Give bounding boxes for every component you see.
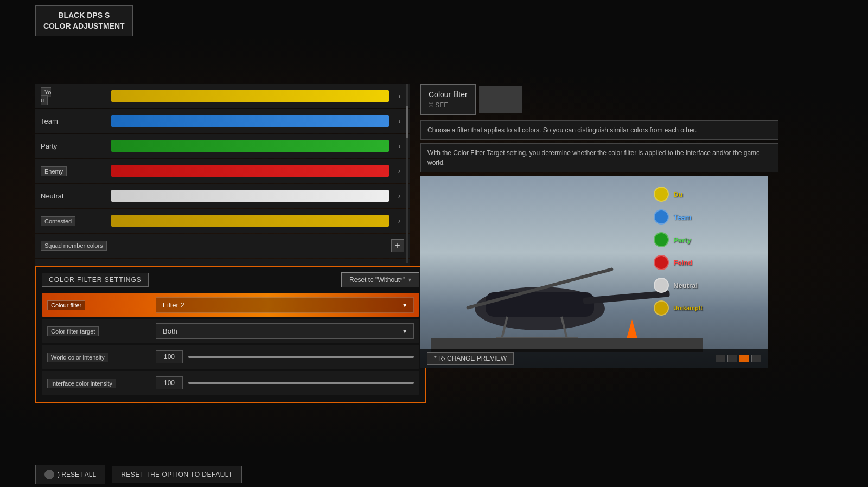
interface-color-fill xyxy=(188,382,414,384)
reset-all-icon xyxy=(44,470,54,479)
color-filter-target-label-container: Color filter target xyxy=(47,327,156,335)
you-label: You xyxy=(41,88,106,104)
color-row-enemy: Enemy › xyxy=(35,159,410,183)
circle-contested: Umkämpft xyxy=(654,300,703,316)
colour-filter-title: Colour filter xyxy=(429,89,468,100)
contested-color-bar[interactable] xyxy=(111,215,389,227)
squad-member-row: Squad member colors + xyxy=(35,234,410,258)
preview-dot-3[interactable] xyxy=(739,355,749,362)
feind-label: Feind xyxy=(673,259,692,267)
colour-filter-info-2: With the Color Filter Target setting, yo… xyxy=(420,143,778,172)
color-circles: Du Team Party Feind Neutral xyxy=(654,187,703,316)
preview-bottom-bar: * R› CHANGE PREVIEW xyxy=(420,349,768,368)
circle-party: Party xyxy=(654,232,703,247)
page-title: BLACK DPS S COLOR ADJUSTMENT xyxy=(35,5,133,36)
contested-label: Contested xyxy=(41,217,106,225)
du-label: Du xyxy=(673,190,682,198)
interface-color-label-container: Interface color intensity xyxy=(47,379,156,387)
team-bar-container xyxy=(111,115,389,127)
reset-all-label: ) RESET ALL xyxy=(58,471,96,478)
enemy-badge: Enemy xyxy=(41,166,67,176)
world-color-intensity-row: World color intensity 100 xyxy=(42,345,419,369)
contested-circle xyxy=(654,300,669,316)
reset-without-button[interactable]: Reset to "Without*" xyxy=(341,272,419,287)
heli-scene: Du Team Party Feind Neutral xyxy=(420,176,768,368)
interface-color-badge: Interface color intensity xyxy=(47,379,116,388)
world-color-label-container: World color intensity xyxy=(47,353,156,361)
contested-circle-label: Umkämpft xyxy=(673,305,703,311)
team-label: Team xyxy=(41,117,106,125)
filter-settings-header: COLOR FILTER SETTINGS Reset to "Without*… xyxy=(42,272,419,287)
colour-filter-title-box: Colour filter © SEE xyxy=(420,84,476,115)
enemy-chevron[interactable]: › xyxy=(394,166,404,176)
you-chevron[interactable]: › xyxy=(394,91,404,101)
colour-filter-subtitle: © SEE xyxy=(429,100,468,110)
preview-dot-2[interactable] xyxy=(727,355,737,362)
filter-settings-panel: COLOR FILTER SETTINGS Reset to "Without*… xyxy=(35,266,426,403)
squad-member-badge: Squad member colors xyxy=(41,241,107,251)
neutral-bar-container xyxy=(111,190,389,202)
reset-all-button[interactable]: ) RESET ALL xyxy=(35,465,105,484)
interface-color-slider[interactable] xyxy=(188,382,414,384)
you-badge: You xyxy=(41,87,51,105)
team-label: Team xyxy=(673,213,691,221)
neutral-label: Neutral xyxy=(41,192,106,200)
colour-filter-preview-thumb xyxy=(479,86,522,113)
add-squad-color-button[interactable]: + xyxy=(391,239,404,252)
team-chevron[interactable]: › xyxy=(394,116,404,126)
colour-filter-value: Filter 2 xyxy=(163,301,184,309)
contested-badge: Contested xyxy=(41,216,75,226)
contested-bar-container xyxy=(111,215,389,227)
party-color-bar[interactable] xyxy=(111,140,389,152)
right-panel: Colour filter © SEE Choose a filter that… xyxy=(420,84,778,368)
change-preview-button[interactable]: * R› CHANGE PREVIEW xyxy=(427,352,514,365)
preview-dot-1[interactable] xyxy=(716,355,725,362)
color-filter-target-badge: Color filter target xyxy=(47,326,99,336)
party-label: Party xyxy=(41,142,106,150)
color-row-team: Team › xyxy=(35,109,410,133)
left-panel: You › Team › Party › Enemy › Neutral xyxy=(35,84,410,278)
circle-neutral: Neutral xyxy=(654,278,703,293)
preview-dots xyxy=(716,355,761,362)
party-bar-container xyxy=(111,140,389,152)
contested-chevron[interactable]: › xyxy=(394,216,404,226)
party-label: Party xyxy=(673,236,691,244)
colour-filter-row: Colour filter Filter 2 ▾ xyxy=(42,293,419,317)
circle-feind: Feind xyxy=(654,255,703,270)
color-row-neutral: Neutral › xyxy=(35,184,410,208)
party-circle xyxy=(654,232,669,247)
color-row-party: Party › xyxy=(35,134,410,158)
team-circle xyxy=(654,209,669,225)
color-filter-target-value: Both xyxy=(163,327,177,335)
colour-filter-label-container: Colour filter xyxy=(47,301,156,309)
scrollbar[interactable] xyxy=(406,84,408,263)
interface-color-value: 100 xyxy=(156,376,183,389)
world-color-slider[interactable] xyxy=(188,356,414,358)
reset-default-button[interactable]: RESET THE OPTION TO DEFAULT xyxy=(112,466,242,483)
circle-du: Du xyxy=(654,187,703,202)
feind-circle xyxy=(654,255,669,270)
team-color-bar[interactable] xyxy=(111,115,389,127)
neutral-circle-label: Neutral xyxy=(673,281,698,290)
color-filter-target-dropdown[interactable]: Both ▾ xyxy=(156,323,414,339)
party-chevron[interactable]: › xyxy=(394,141,404,151)
neutral-color-bar[interactable] xyxy=(111,190,389,202)
scrollbar-thumb xyxy=(406,106,408,138)
color-row-contested: Contested › xyxy=(35,209,410,233)
you-color-bar[interactable] xyxy=(111,90,389,102)
color-filter-target-chevron-icon: ▾ xyxy=(403,327,407,335)
du-circle xyxy=(654,187,669,202)
preview-dot-4[interactable] xyxy=(751,355,761,362)
you-bar-container xyxy=(111,90,389,102)
colour-filter-info-1: Choose a filter that applies to all colo… xyxy=(420,120,778,140)
enemy-bar-container xyxy=(111,165,389,177)
color-row-you: You › xyxy=(35,84,410,108)
colour-filter-dropdown[interactable]: Filter 2 ▾ xyxy=(156,297,414,313)
neutral-chevron[interactable]: › xyxy=(394,191,404,201)
circle-team: Team xyxy=(654,209,703,225)
colour-filter-chevron-icon: ▾ xyxy=(403,301,407,309)
world-color-fill xyxy=(188,356,414,358)
enemy-color-bar[interactable] xyxy=(111,165,389,177)
world-color-slider-container: 100 xyxy=(156,350,414,363)
color-filter-target-row: Color filter target Both ▾ xyxy=(42,319,419,343)
